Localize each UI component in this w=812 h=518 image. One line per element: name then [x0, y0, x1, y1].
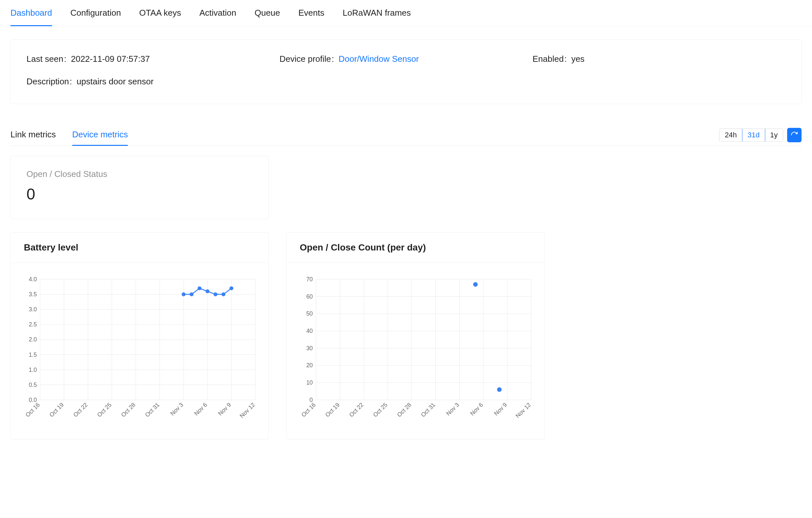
svg-text:Nov 6: Nov 6	[469, 402, 484, 417]
svg-text:Oct 28: Oct 28	[396, 402, 413, 419]
tab-queue[interactable]: Queue	[255, 0, 280, 26]
svg-text:Oct 28: Oct 28	[120, 402, 137, 419]
svg-text:Nov 3: Nov 3	[169, 402, 184, 417]
info-value: upstairs door sensor	[77, 77, 154, 87]
svg-point-39	[190, 292, 194, 296]
svg-text:0.5: 0.5	[29, 382, 37, 388]
metric-tab-device[interactable]: Device metrics	[72, 124, 128, 146]
chart-title: Battery level	[11, 232, 268, 263]
svg-text:1.5: 1.5	[29, 351, 37, 358]
info-value: 2022-11-09 07:57:37	[71, 54, 150, 64]
svg-text:Oct 25: Oct 25	[372, 402, 389, 419]
chart-card-opencount: Open / Close Count (per day)010203040506…	[286, 232, 545, 439]
svg-text:Oct 25: Oct 25	[96, 402, 113, 419]
svg-text:10: 10	[306, 379, 313, 386]
chart-title: Open / Close Count (per day)	[287, 232, 544, 263]
open-closed-status-card: Open / Closed Status 0	[10, 156, 269, 219]
chart-card-battery: Battery level0.00.51.01.52.02.53.03.54.0…	[10, 232, 269, 439]
svg-text:Oct 19: Oct 19	[324, 402, 341, 419]
charts-row: Battery level0.00.51.01.52.02.53.03.54.0…	[10, 232, 812, 439]
info-label: Device profile	[280, 54, 334, 64]
svg-text:Oct 22: Oct 22	[72, 402, 89, 419]
svg-text:Oct 19: Oct 19	[48, 402, 65, 419]
svg-text:Oct 31: Oct 31	[144, 402, 161, 419]
info-device-profile: Device profile Door/Window Sensor	[280, 54, 532, 64]
tab-activation[interactable]: Activation	[199, 0, 236, 26]
svg-text:Nov 6: Nov 6	[193, 402, 208, 417]
chart-body: 010203040506070Oct 16Oct 19Oct 22Oct 25O…	[287, 263, 544, 439]
svg-point-81	[473, 282, 477, 287]
range-24h[interactable]: 24h	[720, 129, 743, 141]
svg-text:Nov 3: Nov 3	[445, 402, 460, 417]
svg-text:40: 40	[306, 328, 313, 334]
svg-text:Nov 9: Nov 9	[493, 402, 508, 417]
range-31d[interactable]: 31d	[742, 128, 765, 142]
info-label: Description	[27, 77, 72, 87]
tab-dashboard[interactable]: Dashboard	[10, 0, 52, 26]
tab-otaa[interactable]: OTAA keys	[139, 0, 181, 26]
svg-text:30: 30	[306, 345, 313, 351]
tab-events[interactable]: Events	[298, 0, 325, 26]
metric-tab-link[interactable]: Link metrics	[10, 124, 56, 146]
svg-text:2.0: 2.0	[29, 336, 37, 343]
svg-point-82	[497, 387, 502, 392]
svg-text:70: 70	[306, 276, 313, 283]
svg-text:2.5: 2.5	[29, 321, 37, 328]
svg-text:20: 20	[306, 362, 313, 369]
svg-text:Oct 31: Oct 31	[420, 402, 437, 419]
range-1y[interactable]: 1y	[765, 129, 783, 141]
tab-frames[interactable]: LoRaWAN frames	[343, 0, 411, 26]
svg-text:4.0: 4.0	[29, 276, 37, 283]
svg-text:60: 60	[306, 293, 313, 300]
info-last-seen: Last seen 2022-11-09 07:57:37	[27, 54, 280, 64]
time-range-group: 24h31d1y	[719, 128, 783, 142]
svg-text:3.5: 3.5	[29, 291, 37, 297]
svg-text:Nov 12: Nov 12	[239, 402, 256, 419]
info-description: Description upstairs door sensor	[27, 77, 280, 87]
refresh-button[interactable]	[787, 128, 802, 142]
svg-text:Oct 16: Oct 16	[24, 402, 41, 419]
refresh-icon	[790, 131, 798, 139]
svg-point-44	[230, 286, 233, 290]
info-value: yes	[572, 54, 584, 64]
svg-text:3.0: 3.0	[29, 306, 37, 313]
svg-point-43	[222, 292, 226, 296]
status-card-title: Open / Closed Status	[27, 169, 253, 179]
main-tabs: DashboardConfigurationOTAA keysActivatio…	[0, 0, 812, 26]
info-label: Last seen	[27, 54, 66, 64]
svg-point-38	[182, 292, 186, 296]
svg-text:Nov 12: Nov 12	[515, 402, 532, 419]
svg-text:50: 50	[306, 310, 313, 317]
chart-body: 0.00.51.01.52.02.53.03.54.0Oct 16Oct 19O…	[11, 263, 268, 439]
chart-opencount: 010203040506070Oct 16Oct 19Oct 22Oct 25O…	[293, 273, 538, 429]
svg-point-42	[213, 292, 218, 296]
metrics-header: Link metricsDevice metrics 24h31d1y	[10, 124, 802, 146]
status-card-value: 0	[27, 185, 253, 203]
chart-battery: 0.00.51.01.52.02.53.03.54.0Oct 16Oct 19O…	[17, 273, 262, 429]
metrics-controls: 24h31d1y	[719, 128, 802, 146]
svg-text:Oct 16: Oct 16	[300, 402, 317, 419]
info-enabled: Enabled yes	[532, 54, 785, 64]
device-profile-link[interactable]: Door/Window Sensor	[339, 54, 419, 64]
info-label: Enabled	[532, 54, 567, 64]
device-info-card: Last seen 2022-11-09 07:57:37 Device pro…	[10, 39, 802, 104]
svg-text:Oct 22: Oct 22	[348, 402, 365, 419]
metric-tabs: Link metricsDevice metrics	[10, 124, 128, 146]
svg-text:Nov 9: Nov 9	[217, 402, 232, 417]
svg-text:1.0: 1.0	[29, 367, 37, 373]
tab-configuration[interactable]: Configuration	[70, 0, 121, 26]
svg-point-41	[206, 289, 209, 293]
svg-point-40	[198, 286, 201, 290]
